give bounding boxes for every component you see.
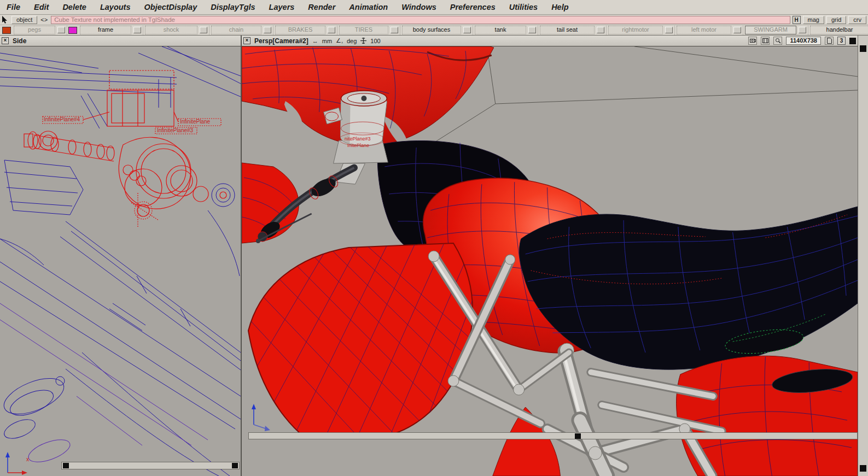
menu-objectdisplay[interactable]: ObjectDisplay [144, 3, 197, 11]
layer-body-surfaces-checkbox[interactable] [463, 27, 471, 33]
status-toolbar: object <> Cube Texture not implemented i… [0, 15, 868, 25]
persp-viewport-canvas[interactable] [242, 46, 858, 476]
menu-layouts[interactable]: Layouts [100, 3, 131, 11]
layer-body-surfaces: body surfaces [400, 26, 473, 35]
layer-color-swatch-magenta[interactable] [68, 27, 77, 34]
layer-frame-checkbox[interactable] [133, 27, 141, 33]
menu-file[interactable]: File [7, 3, 20, 11]
h-toggle-button[interactable]: H [793, 16, 801, 24]
grid-size-value: 100 [370, 38, 380, 44]
persp-viewport-header: × Persp[Camera#2] ↔ mm ∠, deg 100 [242, 36, 858, 46]
side-horizontal-scrollbar[interactable] [61, 462, 240, 469]
layer-rightmotor-button[interactable]: rightmotor [608, 26, 663, 34]
side-viewport-title: Side [13, 37, 26, 45]
view-number-box[interactable]: 3 [837, 37, 846, 45]
side-scroll-thumb-right[interactable] [232, 463, 238, 468]
persp-infinite-plane-label: InitePlane [347, 143, 369, 149]
layer-frame: frame [78, 26, 143, 35]
layer-pegs-button[interactable]: pegs [14, 26, 55, 34]
mag-button[interactable]: mag [803, 16, 824, 24]
side-wireframe-drawing [0, 46, 241, 476]
infinite-plane-label: InfinitePlane [180, 119, 210, 125]
menu-layers[interactable]: Layers [269, 3, 295, 11]
resolution-field[interactable]: 1140X738 [786, 37, 821, 45]
layer-tank: tank [473, 26, 538, 35]
layer-handelbar-button[interactable]: handelbar [810, 26, 868, 34]
layer-tank-button[interactable]: tank [475, 26, 526, 34]
status-message: Cube Texture not implemented in TglShade [51, 16, 790, 24]
layer-shock-checkbox[interactable] [200, 27, 207, 33]
layer-rightmotor-checkbox[interactable] [665, 27, 673, 33]
persp-vscroll-thumb-bottom[interactable] [860, 465, 866, 472]
angle-unit-label: deg [347, 38, 357, 44]
infinite-plane-4-label: InfinitePlane#4 [44, 116, 80, 122]
menu-animation[interactable]: Animation [349, 3, 388, 11]
layer-left-motor-button[interactable]: left motor [677, 26, 731, 34]
menu-help[interactable]: Help [551, 3, 568, 11]
layer-pegs: pegs [12, 26, 67, 35]
layer-swingarm: SWINGARM [743, 26, 808, 35]
grid-size-icon [360, 38, 366, 44]
menu-edit[interactable]: Edit [34, 3, 49, 11]
layer-body-surfaces-button[interactable]: body surfaces [402, 26, 461, 34]
application-window: File Edit Delete Layouts ObjectDisplay D… [0, 0, 868, 476]
persp-vertical-scrollbar[interactable] [858, 36, 868, 476]
persp-infinite-plane-3-label: nitePlane#3 [345, 136, 371, 142]
object-mode-button[interactable]: object [11, 16, 37, 24]
layer-tires-button[interactable]: TIRES [339, 26, 388, 34]
layer-tires: TIRES [337, 26, 400, 35]
linear-unit-icon: ↔ [312, 38, 318, 44]
workspace: × Side [0, 36, 868, 476]
side-axis-x-label: x [26, 456, 29, 462]
layer-swingarm-checkbox[interactable] [799, 27, 806, 33]
side-viewport: × Side [0, 36, 242, 476]
menu-displaytgls[interactable]: DisplayTgls [211, 3, 255, 11]
layer-tail-seat-checkbox[interactable] [597, 27, 604, 33]
persp-scroll-thumb[interactable] [575, 433, 581, 439]
layer-color-swatch-orange[interactable] [2, 27, 11, 34]
side-viewport-header: × Side [0, 36, 241, 46]
layer-handelbar: handelbar [808, 26, 868, 35]
layer-shock-button[interactable]: shock [145, 26, 197, 34]
page-icon[interactable] [825, 37, 834, 45]
menu-delete[interactable]: Delete [62, 3, 86, 11]
layer-tail-seat-button[interactable]: tail seat [540, 26, 595, 34]
layer-chain-checkbox[interactable] [264, 27, 271, 33]
layer-tires-checkbox[interactable] [391, 27, 398, 33]
persp-viewport: × Persp[Camera#2] ↔ mm ∠, deg 100 [242, 36, 858, 476]
persp-horizontal-scrollbar[interactable] [248, 432, 858, 439]
layer-left-motor-checkbox[interactable] [733, 27, 741, 33]
layer-chain: chain [209, 26, 273, 35]
layer-bar: pegs frame shock chain BRAKES TIRES body… [0, 25, 868, 36]
layer-brakes-checkbox[interactable] [328, 27, 335, 33]
layer-brakes-button[interactable]: BRAKES [275, 26, 325, 34]
infinite-plane-3-label: InfinitePlane#3 [157, 127, 193, 133]
swap-button[interactable]: <> [39, 16, 49, 23]
layer-pegs-checkbox[interactable] [57, 27, 65, 33]
layer-left-motor: left motor [675, 26, 743, 35]
header-corner-toggle[interactable] [849, 38, 856, 44]
film-icon[interactable] [761, 37, 770, 45]
camera-tool-icon[interactable] [748, 37, 757, 45]
layer-swingarm-button[interactable]: SWINGARM [745, 26, 796, 34]
zoom-icon[interactable] [773, 37, 782, 45]
persp-shaded-drawing [242, 46, 858, 476]
persp-vscroll-thumb-top[interactable] [860, 45, 866, 52]
crv-button[interactable]: crv [848, 16, 866, 24]
layer-tank-checkbox[interactable] [528, 27, 536, 33]
persp-viewport-close-icon[interactable]: × [243, 37, 251, 44]
persp-viewport-title: Persp[Camera#2] [254, 37, 308, 45]
menu-bar: File Edit Delete Layouts ObjectDisplay D… [0, 0, 868, 15]
grid-button[interactable]: grid [826, 16, 846, 24]
layer-rightmotor: rightmotor [607, 26, 675, 35]
menu-windows[interactable]: Windows [401, 3, 436, 11]
menu-render[interactable]: Render [308, 3, 335, 11]
side-viewport-canvas[interactable] [0, 46, 241, 476]
layer-chain-button[interactable]: chain [211, 26, 261, 34]
menu-utilities[interactable]: Utilities [509, 3, 538, 11]
side-viewport-close-icon[interactable]: × [2, 37, 9, 44]
menu-preferences[interactable]: Preferences [450, 3, 496, 11]
side-scroll-thumb-left[interactable] [63, 463, 69, 468]
layer-frame-button[interactable]: frame [80, 26, 131, 34]
linear-unit-label: mm [322, 38, 332, 44]
